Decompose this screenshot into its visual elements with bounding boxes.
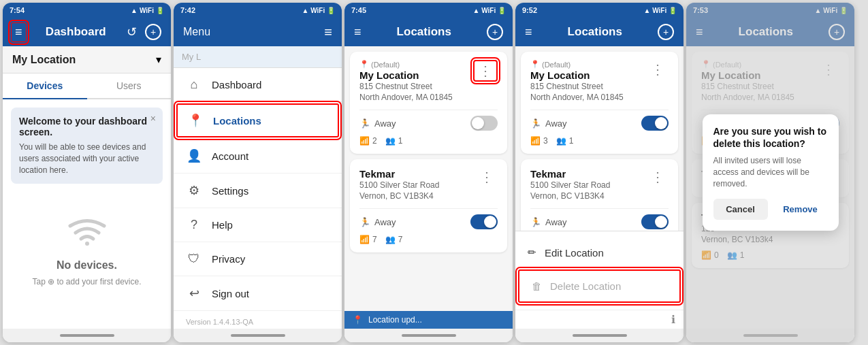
version-label: Version 1.4.4.13-QA: [174, 311, 342, 329]
bottom-bar-2: [174, 329, 342, 342]
time-1: 7:54: [10, 6, 25, 14]
remove-button[interactable]: Remove: [773, 199, 828, 220]
away-toggle-4-1[interactable]: [641, 116, 669, 131]
menu-item-signout[interactable]: ↩ Sign out: [174, 276, 342, 311]
locations-content-4: 📍 (Default) My Location 815 Chestnut Str…: [515, 46, 684, 231]
delete-dialog: Are you sure you wish to delete this loc…: [703, 114, 839, 231]
status-bar-3: 7:45 ▲ WiFi 🔋: [344, 3, 513, 18]
location-addr1-1: 815 Chestnut Street: [359, 82, 473, 93]
menu-item-settings[interactable]: ⚙ Settings: [174, 174, 342, 208]
status-icons-2: ▲ WiFi 🔋: [302, 7, 335, 14]
card-title-area-2: Tekmar 5100 Silver Star Road Vernon, BC …: [359, 167, 476, 201]
location-addr2-4-1: North Andover, MA 01845: [530, 93, 647, 103]
bottom-bar-4: [515, 329, 684, 342]
card-header-4-2: Tekmar 5100 Silver Star Road Vernon, BC …: [530, 167, 669, 201]
add-button-1[interactable]: +: [144, 22, 163, 42]
away-toggle-1[interactable]: [470, 116, 498, 131]
location-row-2: 🏃 Away: [359, 208, 498, 229]
location-name-1: My Location: [359, 69, 473, 81]
away-icon-4-1: 🏃: [530, 118, 541, 129]
info-row: ℹ: [515, 310, 684, 329]
status-icons-3: ▲ WiFi 🔋: [473, 7, 506, 14]
shield-icon: 🛡: [186, 252, 202, 266]
menu-button-1[interactable]: ≡: [11, 22, 27, 42]
refresh-button[interactable]: ↺: [125, 22, 138, 42]
cancel-button[interactable]: Cancel: [713, 199, 768, 220]
away-status-2: 🏃 Away: [359, 217, 396, 227]
dialog-overlay: Are you sure you wish to delete this loc…: [686, 3, 854, 342]
tab-devices[interactable]: Devices: [3, 73, 87, 99]
menu-item-help[interactable]: ? Help: [174, 208, 342, 242]
plus-circle-icon: +: [145, 24, 161, 40]
locations-content-3: 📍 (Default) My Location 815 Chestnut Str…: [344, 46, 513, 311]
info-icon[interactable]: ℹ: [671, 313, 675, 326]
default-label-4-1: 📍 (Default): [530, 60, 647, 69]
tabs-row: Devices Users: [3, 73, 171, 99]
status-bar-1: 7:54 ▲ WiFi 🔋: [3, 3, 171, 18]
menu-item-account[interactable]: 👤 Account: [174, 139, 342, 174]
location-menu-button-4-1[interactable]: ⋮: [647, 60, 669, 79]
away-toggle-4-2[interactable]: [641, 214, 669, 229]
phone2: 7:42 ▲ WiFi 🔋 Menu ≡ My L ⌂ Dashboard 📍 …: [174, 3, 342, 342]
menu-item-dashboard[interactable]: ⌂ Dashboard: [174, 68, 342, 102]
card-header-4-1: 📍 (Default) My Location 815 Chestnut Str…: [530, 60, 669, 103]
hamburger-button-4[interactable]: ≡: [524, 24, 534, 41]
menu-item-label-dashboard: Dashboard: [212, 79, 261, 91]
away-icon-4-2: 🏃: [530, 217, 541, 227]
time-3: 7:45: [351, 6, 366, 14]
svg-point-0: [85, 242, 89, 246]
away-toggle-2[interactable]: [470, 214, 498, 229]
menu-title: Menu: [183, 26, 210, 38]
delete-location-button[interactable]: 🗑 Delete Location: [518, 269, 681, 303]
gear-icon: ⚙: [186, 183, 202, 198]
header-3: ≡ Locations +: [344, 18, 513, 46]
toggle-knob-1: [472, 117, 484, 129]
location-selector[interactable]: My Location ▾: [3, 46, 171, 73]
time-2: 7:42: [180, 6, 195, 14]
away-label-4-1: Away: [545, 118, 567, 129]
users-icon-4-1: 👥: [556, 136, 566, 146]
dashboard-content: My Location ▾ Devices Users × Welcome to…: [3, 46, 171, 329]
close-icon[interactable]: ×: [150, 113, 156, 124]
welcome-title: Welcome to your dashboard screen.: [19, 116, 155, 137]
location-card-mylocation-3: 📍 (Default) My Location 815 Chestnut Str…: [350, 52, 507, 154]
add-button-4[interactable]: +: [656, 22, 675, 42]
users-stat-2: 👥 7: [385, 235, 403, 244]
welcome-text: You will be able to see devices and user…: [19, 142, 155, 176]
no-devices-area: No devices. Tap ⊕ to add your first devi…: [3, 192, 171, 307]
edit-label: Edit Location: [545, 247, 604, 259]
hamburger-icon-2[interactable]: ≡: [324, 24, 332, 40]
menu-item-privacy[interactable]: 🛡 Privacy: [174, 242, 342, 276]
card-header-2: Tekmar 5100 Silver Star Road Vernon, BC …: [359, 167, 498, 201]
phone3: 7:45 ▲ WiFi 🔋 ≡ Locations + 📍 (Default) …: [344, 3, 513, 342]
menu-item-locations[interactable]: 📍 Locations: [176, 103, 339, 137]
card-title-area-4-1: 📍 (Default) My Location 815 Chestnut Str…: [530, 60, 647, 103]
location-menu-button-4-2[interactable]: ⋮: [647, 167, 669, 186]
bottom-bar-1: [3, 329, 171, 342]
dialog-title: Are you sure you wish to delete this loc…: [713, 125, 828, 150]
location-addr2-4-2: Vernon, BC V1B3K4: [530, 191, 647, 202]
location-menu-button-2[interactable]: ⋮: [476, 167, 498, 186]
phone5: 7:53 ▲ WiFi 🔋 ≡ Locations + 📍 (Default) …: [686, 3, 854, 342]
location-row-4-2: 🏃 Away: [530, 208, 669, 229]
tab-users[interactable]: Users: [87, 73, 172, 98]
edit-location-button[interactable]: ✏ Edit Location: [515, 237, 684, 268]
add-button-3[interactable]: +: [485, 22, 504, 42]
device-count-4-1: 3: [543, 136, 548, 146]
location-menu-button-1[interactable]: ⋮: [473, 60, 498, 82]
away-label-1: Away: [374, 118, 396, 129]
signout-icon: ↩: [186, 286, 202, 301]
hamburger-button-3[interactable]: ≡: [353, 24, 363, 41]
location-name-2: Tekmar: [359, 168, 476, 180]
plus-circle-icon-4: +: [658, 24, 674, 40]
plus-circle-icon-3: +: [487, 24, 503, 40]
wifi-stat-2: 📶 7: [359, 235, 377, 244]
home-indicator-2: [231, 334, 285, 337]
add-device-hint: Tap ⊕ to add your first device.: [32, 277, 141, 286]
status-icons-1: ▲ WiFi 🔋: [131, 7, 164, 14]
page-title-1: Dashboard: [27, 25, 125, 39]
help-icon: ?: [186, 218, 202, 232]
menu-header: Menu ≡: [174, 18, 342, 46]
delete-label: Delete Location: [550, 280, 621, 292]
away-status-4-2: 🏃 Away: [530, 217, 567, 227]
